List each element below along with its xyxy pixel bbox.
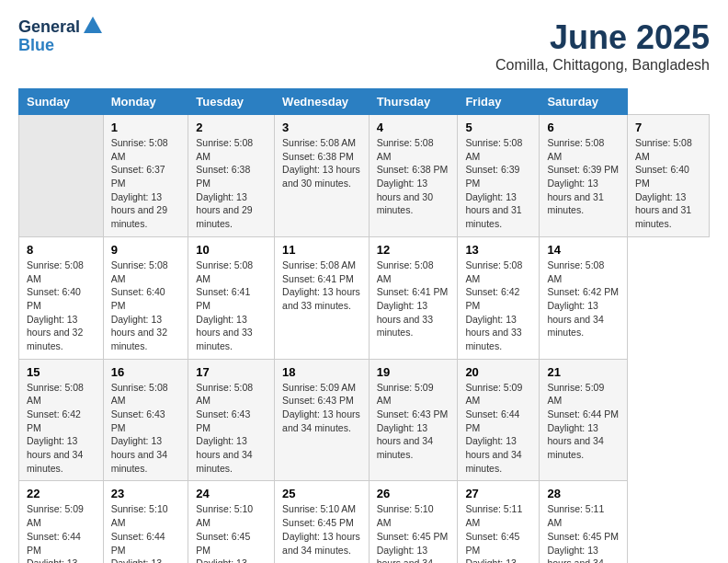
calendar-cell: 20Sunrise: 5:09 AMSunset: 6:44 PMDayligh… bbox=[458, 359, 540, 481]
title-section: June 2025 Comilla, Chittagong, Banglades… bbox=[495, 18, 710, 74]
day-info: Sunrise: 5:09 AMSunset: 6:43 PMDaylight:… bbox=[377, 381, 450, 462]
calendar-cell: 9Sunrise: 5:08 AMSunset: 6:40 PMDaylight… bbox=[103, 236, 188, 359]
day-info: Sunrise: 5:08 AMSunset: 6:41 PMDaylight:… bbox=[196, 259, 267, 353]
day-info: Sunrise: 5:08 AMSunset: 6:40 PMDaylight:… bbox=[27, 259, 96, 353]
calendar-cell: 28Sunrise: 5:11 AMSunset: 6:45 PMDayligh… bbox=[540, 481, 627, 563]
day-info: Sunrise: 5:08 AMSunset: 6:38 PMDaylight:… bbox=[282, 136, 361, 190]
header: GeneralBlue June 2025 Comilla, Chittagon… bbox=[18, 18, 710, 74]
day-number: 24 bbox=[196, 487, 267, 500]
day-number: 25 bbox=[282, 487, 361, 500]
logo-icon bbox=[82, 15, 104, 37]
calendar-cell: 3Sunrise: 5:08 AMSunset: 6:38 PMDaylight… bbox=[275, 115, 370, 237]
day-number: 16 bbox=[111, 365, 181, 379]
day-info: Sunrise: 5:11 AMSunset: 6:45 PMDaylight:… bbox=[465, 502, 531, 563]
day-number: 22 bbox=[27, 487, 96, 500]
day-info: Sunrise: 5:10 AMSunset: 6:45 PMDaylight:… bbox=[196, 502, 267, 563]
main-title: June 2025 bbox=[495, 18, 710, 57]
calendar-cell bbox=[19, 115, 104, 237]
day-number: 5 bbox=[465, 121, 531, 134]
calendar-cell: 16Sunrise: 5:08 AMSunset: 6:43 PMDayligh… bbox=[103, 359, 188, 481]
day-number: 28 bbox=[547, 487, 619, 500]
calendar-cell: 22Sunrise: 5:09 AMSunset: 6:44 PMDayligh… bbox=[19, 481, 104, 563]
day-number: 15 bbox=[27, 365, 96, 379]
day-number: 26 bbox=[377, 487, 450, 500]
header-saturday: Saturday bbox=[540, 89, 627, 115]
day-info: Sunrise: 5:10 AMSunset: 6:44 PMDaylight:… bbox=[111, 502, 181, 563]
calendar-cell: 26Sunrise: 5:10 AMSunset: 6:45 PMDayligh… bbox=[369, 481, 458, 563]
week-row-0: 1Sunrise: 5:08 AMSunset: 6:37 PMDaylight… bbox=[19, 115, 710, 237]
day-number: 4 bbox=[377, 121, 450, 134]
day-info: Sunrise: 5:08 AMSunset: 6:39 PMDaylight:… bbox=[547, 136, 619, 217]
day-info: Sunrise: 5:08 AMSunset: 6:42 PMDaylight:… bbox=[27, 381, 96, 476]
day-number: 14 bbox=[547, 243, 619, 257]
calendar-cell: 12Sunrise: 5:08 AMSunset: 6:41 PMDayligh… bbox=[369, 236, 458, 359]
day-number: 11 bbox=[282, 243, 361, 257]
calendar-cell: 5Sunrise: 5:08 AMSunset: 6:39 PMDaylight… bbox=[458, 115, 540, 237]
day-info: Sunrise: 5:08 AMSunset: 6:42 PMDaylight:… bbox=[547, 259, 619, 339]
day-info: Sunrise: 5:08 AMSunset: 6:38 PMDaylight:… bbox=[196, 136, 267, 231]
header-monday: Monday bbox=[103, 89, 188, 115]
day-number: 9 bbox=[111, 243, 181, 257]
day-number: 27 bbox=[465, 487, 531, 500]
calendar-table: SundayMondayTuesdayWednesdayThursdayFrid… bbox=[18, 88, 710, 563]
week-row-2: 15Sunrise: 5:08 AMSunset: 6:42 PMDayligh… bbox=[19, 359, 710, 481]
day-number: 12 bbox=[377, 243, 450, 257]
day-info: Sunrise: 5:08 AMSunset: 6:41 PMDaylight:… bbox=[282, 259, 361, 313]
day-info: Sunrise: 5:08 AMSunset: 6:43 PMDaylight:… bbox=[111, 381, 181, 476]
day-number: 23 bbox=[111, 487, 181, 500]
calendar-cell: 14Sunrise: 5:08 AMSunset: 6:42 PMDayligh… bbox=[540, 236, 627, 359]
day-info: Sunrise: 5:09 AMSunset: 6:44 PMDaylight:… bbox=[27, 502, 96, 563]
calendar-cell: 11Sunrise: 5:08 AMSunset: 6:41 PMDayligh… bbox=[275, 236, 370, 359]
header-thursday: Thursday bbox=[369, 89, 458, 115]
calendar-cell: 25Sunrise: 5:10 AMSunset: 6:45 PMDayligh… bbox=[275, 481, 370, 563]
calendar-cell: 17Sunrise: 5:08 AMSunset: 6:43 PMDayligh… bbox=[188, 359, 275, 481]
day-info: Sunrise: 5:08 AMSunset: 6:41 PMDaylight:… bbox=[377, 259, 450, 339]
day-number: 7 bbox=[635, 121, 701, 134]
week-row-1: 8Sunrise: 5:08 AMSunset: 6:40 PMDaylight… bbox=[19, 236, 710, 359]
day-number: 8 bbox=[27, 243, 96, 257]
calendar-cell: 23Sunrise: 5:10 AMSunset: 6:44 PMDayligh… bbox=[103, 481, 188, 563]
day-info: Sunrise: 5:08 AMSunset: 6:42 PMDaylight:… bbox=[465, 259, 531, 353]
day-number: 2 bbox=[196, 121, 267, 134]
day-info: Sunrise: 5:09 AMSunset: 6:44 PMDaylight:… bbox=[465, 381, 531, 476]
calendar-cell: 8Sunrise: 5:08 AMSunset: 6:40 PMDaylight… bbox=[19, 236, 104, 359]
logo: GeneralBlue bbox=[18, 18, 104, 55]
calendar-cell: 7Sunrise: 5:08 AMSunset: 6:40 PMDaylight… bbox=[627, 115, 709, 237]
day-number: 20 bbox=[465, 365, 531, 379]
calendar-cell: 21Sunrise: 5:09 AMSunset: 6:44 PMDayligh… bbox=[540, 359, 627, 481]
svg-marker-0 bbox=[84, 17, 102, 33]
calendar-cell: 2Sunrise: 5:08 AMSunset: 6:38 PMDaylight… bbox=[188, 115, 275, 237]
header-sunday: Sunday bbox=[19, 89, 104, 115]
day-info: Sunrise: 5:08 AMSunset: 6:40 PMDaylight:… bbox=[635, 136, 701, 231]
header-wednesday: Wednesday bbox=[275, 89, 370, 115]
day-number: 18 bbox=[282, 365, 361, 379]
calendar-header: SundayMondayTuesdayWednesdayThursdayFrid… bbox=[19, 89, 710, 115]
header-tuesday: Tuesday bbox=[188, 89, 275, 115]
calendar-cell: 24Sunrise: 5:10 AMSunset: 6:45 PMDayligh… bbox=[188, 481, 275, 563]
day-info: Sunrise: 5:09 AMSunset: 6:44 PMDaylight:… bbox=[547, 381, 619, 462]
calendar-cell: 6Sunrise: 5:08 AMSunset: 6:39 PMDaylight… bbox=[540, 115, 627, 237]
day-number: 1 bbox=[111, 121, 181, 134]
calendar-cell: 18Sunrise: 5:09 AMSunset: 6:43 PMDayligh… bbox=[275, 359, 370, 481]
day-number: 3 bbox=[282, 121, 361, 134]
day-info: Sunrise: 5:08 AMSunset: 6:39 PMDaylight:… bbox=[465, 136, 531, 231]
day-info: Sunrise: 5:10 AMSunset: 6:45 PMDaylight:… bbox=[282, 502, 361, 557]
calendar-cell: 19Sunrise: 5:09 AMSunset: 6:43 PMDayligh… bbox=[369, 359, 458, 481]
subtitle: Comilla, Chittagong, Bangladesh bbox=[495, 57, 710, 74]
day-info: Sunrise: 5:08 AMSunset: 6:37 PMDaylight:… bbox=[111, 136, 181, 231]
day-number: 6 bbox=[547, 121, 619, 134]
day-number: 17 bbox=[196, 365, 267, 379]
logo-text: GeneralBlue bbox=[18, 18, 104, 55]
calendar-body: 1Sunrise: 5:08 AMSunset: 6:37 PMDaylight… bbox=[19, 115, 710, 564]
day-info: Sunrise: 5:11 AMSunset: 6:45 PMDaylight:… bbox=[547, 502, 619, 563]
header-row: SundayMondayTuesdayWednesdayThursdayFrid… bbox=[19, 89, 710, 115]
calendar-cell: 27Sunrise: 5:11 AMSunset: 6:45 PMDayligh… bbox=[458, 481, 540, 563]
week-row-3: 22Sunrise: 5:09 AMSunset: 6:44 PMDayligh… bbox=[19, 481, 710, 563]
day-info: Sunrise: 5:10 AMSunset: 6:45 PMDaylight:… bbox=[377, 502, 450, 563]
calendar-cell: 13Sunrise: 5:08 AMSunset: 6:42 PMDayligh… bbox=[458, 236, 540, 359]
day-info: Sunrise: 5:08 AMSunset: 6:38 PMDaylight:… bbox=[377, 136, 450, 217]
calendar-cell: 15Sunrise: 5:08 AMSunset: 6:42 PMDayligh… bbox=[19, 359, 104, 481]
day-info: Sunrise: 5:08 AMSunset: 6:43 PMDaylight:… bbox=[196, 381, 267, 476]
day-number: 13 bbox=[465, 243, 531, 257]
day-number: 19 bbox=[377, 365, 450, 379]
